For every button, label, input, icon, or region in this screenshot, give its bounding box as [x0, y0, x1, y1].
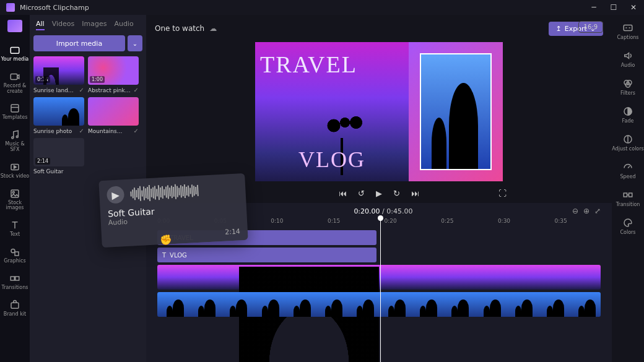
clip-frame — [347, 292, 379, 317]
clip-frame — [506, 265, 537, 290]
preview-text-travel: TRAVEL — [260, 51, 404, 78]
media-thumb[interactable]: Mountains…✓ — [88, 97, 139, 134]
media-thumb[interactable]: 0:14 Sunrise land…✓ — [33, 56, 84, 93]
project-title[interactable]: One to watch — [155, 24, 204, 33]
clip-frame — [252, 292, 284, 317]
skip-forward-button[interactable]: ⏭ — [411, 189, 419, 198]
stockvideo-icon — [9, 162, 20, 173]
fade-icon — [622, 106, 633, 117]
svg-point-10 — [11, 249, 15, 252]
svg-point-4 — [12, 137, 14, 139]
prop-fade[interactable]: Fade — [622, 106, 634, 124]
ruler-tick: 0:15 — [328, 218, 340, 224]
speaker-icon — [622, 50, 633, 61]
play-button[interactable]: ▶ — [376, 189, 382, 198]
nav-brand-kit[interactable]: Brand kit — [0, 300, 30, 317]
nav-templates[interactable]: Templates — [0, 103, 30, 121]
zoom-fit-button[interactable]: ⤢ — [594, 207, 601, 215]
prop-colors[interactable]: Colors — [620, 217, 635, 235]
prop-adjust-colors[interactable]: Adjust colors — [612, 134, 643, 152]
nav-stock-video[interactable]: Stock video — [0, 162, 30, 179]
svg-rect-0 — [11, 48, 19, 54]
thumb-duration: 0:14 — [35, 76, 50, 83]
clip-frame — [442, 292, 474, 317]
nav-text[interactable]: Text — [0, 220, 30, 238]
rewind-button[interactable]: ↺ — [358, 189, 365, 198]
maximize-button[interactable]: ☐ — [609, 3, 618, 12]
clip-frame — [537, 292, 569, 317]
video-preview[interactable]: TRAVEL VLOG — [255, 42, 503, 181]
skip-back-button[interactable]: ⏮ — [339, 189, 347, 198]
audio-drag-preview[interactable]: ▶ Soft Guitar Audio 2:14 — [98, 173, 248, 248]
nav-transitions[interactable]: Transitions — [0, 273, 30, 291]
prop-transition[interactable]: Transition — [616, 189, 640, 207]
nav-your-media[interactable]: Your media — [0, 45, 30, 62]
video-track-2[interactable] — [157, 292, 601, 317]
media-thumb[interactable]: 2:14 Soft Guitar — [33, 138, 84, 175]
thumb-name: Mountains… — [88, 128, 123, 134]
video-track-1[interactable] — [157, 265, 601, 290]
clip-frame — [157, 265, 189, 290]
clip-frame — [442, 265, 474, 290]
preview-photo-frame — [420, 53, 492, 170]
check-icon: ✓ — [79, 87, 84, 93]
import-media-button[interactable]: Import media — [33, 35, 125, 51]
audio-preview-play-button[interactable]: ▶ — [107, 186, 124, 204]
clipchamp-logo-icon — [7, 20, 22, 32]
media-thumb[interactable]: Sunrise photo✓ — [33, 97, 84, 134]
clip-frame — [189, 292, 220, 317]
thumb-duration: 1:00 — [90, 76, 105, 83]
clip-frame — [569, 265, 601, 290]
svg-marker-7 — [14, 166, 17, 169]
text-track-vlog[interactable]: T VLOG — [157, 248, 376, 262]
music-icon — [9, 129, 20, 140]
svg-rect-13 — [15, 277, 19, 280]
svg-rect-14 — [11, 303, 19, 308]
clip-frame — [506, 292, 537, 317]
grab-cursor-icon: ✊ — [160, 234, 172, 246]
nav-record-create[interactable]: Record & create — [0, 71, 30, 95]
thumb-image — [33, 97, 84, 126]
media-thumb[interactable]: 1:00 Abstract pink…✓ — [88, 56, 139, 93]
import-dropdown-button[interactable]: ⌄ — [128, 35, 142, 51]
cloud-sync-icon[interactable]: ☁ — [209, 24, 217, 33]
ruler-tick: 0:20 — [385, 218, 397, 224]
graphics-icon — [9, 246, 20, 257]
tab-videos[interactable]: Videos — [52, 20, 75, 30]
zoom-in-button[interactable]: ⊕ — [583, 207, 590, 215]
captions-icon — [622, 22, 633, 33]
playhead[interactable] — [380, 218, 381, 362]
close-button[interactable]: ✕ — [629, 3, 638, 12]
clip-frame — [189, 265, 220, 290]
clip-frame — [379, 292, 411, 317]
svg-rect-11 — [15, 252, 19, 256]
tab-audio[interactable]: Audio — [114, 20, 133, 30]
forward-button[interactable]: ↻ — [393, 189, 400, 198]
tab-all[interactable]: All — [36, 20, 45, 30]
clip-frame — [474, 292, 505, 317]
thumb-image: 2:14 — [33, 138, 84, 166]
upload-icon: ↥ — [556, 25, 562, 33]
prop-captions[interactable]: Captions — [617, 22, 638, 40]
folder-icon — [9, 45, 20, 56]
prop-speed[interactable]: Speed — [620, 162, 635, 179]
svg-rect-8 — [11, 190, 19, 197]
nav-music-sfx[interactable]: Music & SFX — [0, 129, 30, 153]
check-icon: ✓ — [134, 87, 139, 93]
zoom-out-button[interactable]: ⊖ — [572, 207, 578, 215]
thumb-name: Sunrise land… — [33, 87, 74, 93]
minimize-button[interactable]: ─ — [590, 3, 598, 12]
prop-audio[interactable]: Audio — [621, 50, 635, 68]
palette-icon — [622, 217, 633, 228]
aspect-ratio-selector[interactable]: 16:9 — [578, 21, 603, 33]
svg-rect-15 — [624, 25, 632, 31]
audio-card-duration: 2:14 — [225, 227, 240, 236]
nav-graphics[interactable]: Graphics — [0, 246, 30, 264]
tab-images[interactable]: Images — [82, 20, 107, 30]
clip-frame — [379, 265, 411, 290]
ruler-tick: 0:30 — [498, 218, 510, 224]
nav-stock-images[interactable]: Stock images — [0, 188, 30, 212]
ruler-tick: 0:35 — [555, 218, 567, 224]
prop-filters[interactable]: Filters — [620, 78, 635, 96]
fullscreen-button[interactable]: ⛶ — [498, 189, 507, 198]
